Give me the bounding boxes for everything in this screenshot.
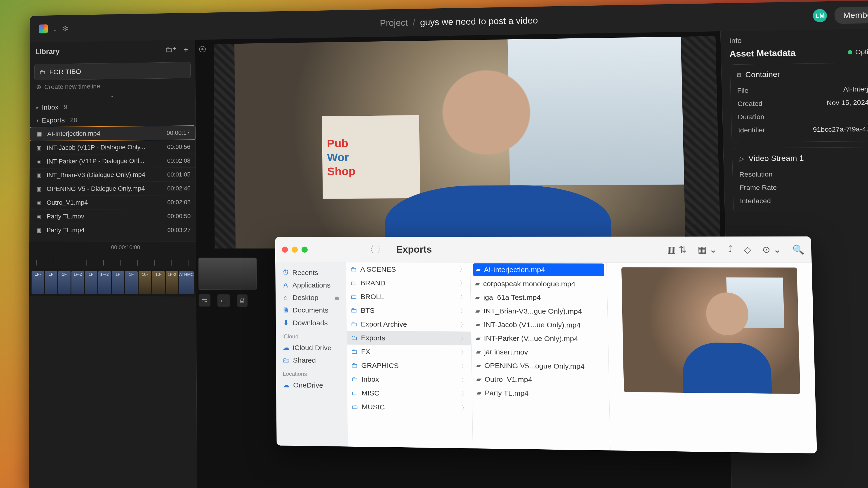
create-timeline-label: Create new timeline — [44, 83, 100, 91]
folder-row[interactable]: 🗀MUSIC〉 — [347, 400, 472, 415]
gear-icon[interactable]: ✻ — [62, 24, 68, 33]
folder-chip[interactable]: 🗀 FOR TIBO — [34, 62, 191, 80]
sidebar-item[interactable]: 🗎Documents — [279, 304, 343, 317]
video-preview[interactable]: Pub Wor Shop — [214, 36, 721, 249]
folder-row[interactable]: 🗀Exports〉 — [347, 331, 471, 346]
timeline-thumb[interactable]: 10- — [138, 271, 151, 294]
share-icon[interactable]: ⤴ — [728, 245, 733, 255]
tool-export-icon[interactable]: ⎙ — [237, 294, 248, 306]
folder-row[interactable]: 🗀BROLL〉 — [346, 290, 471, 304]
new-folder-icon[interactable]: 🗀⁺ — [165, 45, 176, 54]
close-icon[interactable] — [282, 247, 288, 253]
folder-name: Exports — [361, 334, 385, 342]
app-logo-icon[interactable] — [39, 24, 48, 33]
file-name: Party TL.mp4 — [485, 389, 528, 397]
file-row[interactable]: ▰INT_Brian-V3...gue Only).mp4 — [471, 304, 608, 318]
list-item[interactable]: ▣ Party TL.mp4 00:03:27 — [29, 223, 196, 237]
plus-icon[interactable]: ＋ — [182, 44, 190, 55]
sidebar-item[interactable]: ☁iCloud Drive — [279, 341, 344, 355]
finder-window[interactable]: 〈 〉 Exports ▥ ⇅ ▦ ⌄ ⤴ ◇ ⊙ ⌄ 🔍 ⏱RecentsAA… — [275, 236, 817, 453]
tool-frame-icon[interactable]: ▭ — [217, 294, 230, 306]
tool-split-icon[interactable]: ⥃ — [199, 294, 211, 306]
sidebar-icon: ⏱ — [282, 269, 289, 277]
file-row[interactable]: ▰OPENING V5...ogue Only.mp4 — [472, 359, 609, 373]
file-row[interactable]: ▰corpospeak monologue.mp4 — [470, 277, 607, 291]
eject-icon[interactable]: ⏏ — [334, 295, 340, 301]
broadcast-icon[interactable]: ⦿ — [198, 45, 206, 54]
sidebar-item[interactable]: ⬇Downloads — [279, 316, 343, 329]
sidebar-item[interactable]: ☁OneDrive — [279, 379, 344, 392]
sidebar-item[interactable]: ⏱Recents — [279, 266, 343, 279]
mini-clip-thumb[interactable] — [198, 258, 257, 290]
folder-icon: 🗀 — [352, 403, 359, 411]
list-item[interactable]: ▣ Outro_V1.mp4 00:02:08 — [29, 195, 195, 210]
list-item[interactable]: ▣ Party TL.mov 00:00:50 — [29, 209, 196, 223]
video-file-icon: ▰ — [476, 376, 481, 383]
timeline-thumb[interactable]: ATHMC — [179, 271, 194, 294]
timeline-thumb[interactable]: 1F-2 — [166, 271, 178, 294]
timeline-thumb[interactable]: 1F-2 — [71, 271, 84, 294]
sidebar-label: Documents — [292, 306, 329, 314]
create-timeline-button[interactable]: ⊕ Create new timeline — [36, 81, 189, 91]
section-count: 9 — [64, 103, 67, 111]
list-item[interactable]: ▣ INT_Brian-V3 (Dialogue Only).mp4 00:01… — [30, 168, 196, 182]
timeline-thumb[interactable]: 1F — [58, 271, 70, 294]
breadcrumb-root[interactable]: Project — [380, 18, 408, 28]
list-item[interactable]: ▣ OPENING V5 - Dialogue Only.mp4 00:02:4… — [30, 182, 196, 196]
folder-row[interactable]: 🗀A SCENES〉 — [346, 262, 470, 276]
list-item[interactable]: ▣ INT-Jacob (V11P - Dialogue Only... 00:… — [30, 140, 195, 155]
folder-row[interactable]: 🗀BTS〉 — [346, 303, 471, 318]
avatar[interactable]: LM — [813, 9, 827, 22]
more-icon[interactable]: ⊙ ⌄ — [762, 244, 781, 255]
timeline-thumb[interactable]: 1F — [125, 271, 138, 294]
group-icon[interactable]: ▦ ⌄ — [698, 244, 717, 255]
timeline-thumb[interactable]: 1F- — [32, 271, 44, 294]
finder-titlebar[interactable]: 〈 〉 Exports ▥ ⇅ ▦ ⌄ ⤴ ◇ ⊙ ⌄ 🔍 — [275, 236, 812, 263]
plus-circle-icon: ⊕ — [36, 84, 41, 91]
members-button[interactable]: Members — [834, 6, 868, 24]
sidebar-item[interactable]: 🗁Shared — [279, 354, 344, 367]
folder-row[interactable]: 🗀FX〉 — [347, 345, 471, 359]
file-row[interactable]: ▰jar insert.mov — [471, 345, 609, 360]
timeline-ruler[interactable]: 00:00:10:00 — [29, 242, 196, 269]
timeline-thumb[interactable]: 1F — [85, 271, 97, 294]
file-row[interactable]: ▰Party TL.mp4 — [472, 386, 609, 401]
finder-toolbar: ▥ ⇅ ▦ ⌄ ⤴ ◇ ⊙ ⌄ 🔍 — [667, 244, 804, 255]
zoom-icon[interactable] — [302, 247, 308, 253]
timeline-thumb[interactable]: 1F — [112, 271, 124, 294]
list-item[interactable]: ▣ INT-Parker (V11P - Dialogue Onl... 00:… — [30, 154, 195, 168]
folder-row[interactable]: 🗀GRAPHICS〉 — [347, 358, 472, 373]
folder-row[interactable]: 🗀Inbox〉 — [347, 372, 472, 387]
file-row[interactable]: ▰INT-Jacob (V1...ue Only).mp4 — [471, 318, 608, 332]
sidebar-item[interactable]: ⌂Desktop⏏ — [279, 291, 343, 304]
back-icon[interactable]: 〈 — [365, 243, 375, 256]
project-title[interactable]: guys we need to post a video — [420, 15, 538, 27]
timeline-thumb[interactable]: 10- — [152, 271, 165, 294]
search-icon[interactable]: 🔍 — [792, 244, 804, 255]
list-item[interactable]: ▣ AI-Interjection.mp4 00:00:17 — [30, 125, 195, 141]
sidebar-item[interactable]: AApplications — [279, 279, 343, 291]
columns-view-icon[interactable]: ▥ ⇅ — [667, 244, 687, 255]
minimize-icon[interactable] — [291, 247, 298, 253]
info-tab[interactable]: Info — [729, 34, 868, 45]
file-name: corpospeak monologue.mp4 — [483, 280, 576, 288]
chevron-down-icon[interactable]: ⌄ — [52, 25, 57, 33]
file-row[interactable]: ▰AI-Interjection.mp4 — [473, 263, 604, 276]
timeline-thumb[interactable]: 1F-2 — [98, 271, 111, 294]
section-inbox[interactable]: ▸ Inbox 9 — [30, 99, 195, 114]
file-row[interactable]: ▰Outro_V1.mp4 — [472, 372, 609, 387]
timeline-thumb[interactable]: 1F — [45, 271, 57, 294]
folder-icon: 🗀 — [350, 265, 357, 273]
collapse-chevron-icon[interactable]: ⌄ — [30, 91, 195, 99]
tag-icon[interactable]: ◇ — [744, 244, 751, 255]
folder-row[interactable]: 🗀BRAND〉 — [346, 276, 470, 290]
chevron-right-icon: 〉 — [461, 348, 467, 357]
folder-row[interactable]: 🗀MISC〉 — [347, 386, 472, 401]
forward-icon[interactable]: 〉 — [377, 243, 386, 256]
sidebar-icon: ☁ — [283, 344, 290, 352]
file-row[interactable]: ▰INT-Parker (V...ue Only).mp4 — [471, 331, 608, 346]
folder-row[interactable]: 🗀Export Archive〉 — [346, 317, 471, 332]
section-exports[interactable]: ▾ Exports 28 — [30, 112, 195, 127]
file-row[interactable]: ▰iga_61a Test.mp4 — [471, 291, 608, 305]
timeline-thumbs[interactable]: 1F-1F1F1F-21F1F-21F1F10-10-1F-2ATHMC — [29, 269, 196, 297]
